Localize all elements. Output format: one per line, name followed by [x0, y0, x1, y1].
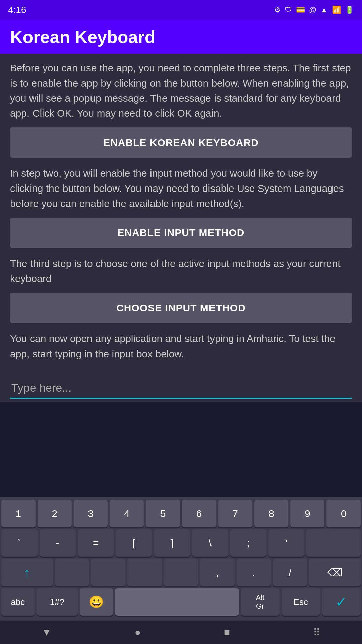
type-here-input[interactable] — [10, 378, 352, 399]
key-empty5 — [164, 559, 198, 586]
key-4[interactable]: 4 — [110, 500, 144, 527]
shield-icon: 🛡 — [285, 6, 292, 14]
nav-keyboard-icon[interactable]: ⠿ — [313, 627, 320, 638]
key-empty — [306, 529, 361, 557]
key-5[interactable]: 5 — [146, 500, 180, 527]
key-check[interactable]: ✓ — [322, 588, 361, 616]
key-7[interactable]: 7 — [218, 500, 252, 527]
key-lbracket[interactable]: [ — [116, 529, 152, 557]
app-title: Korean Keyboard — [10, 27, 155, 47]
key-empty3 — [91, 559, 125, 586]
key-comma[interactable]: , — [200, 559, 234, 586]
key-3[interactable]: 3 — [74, 500, 108, 527]
esc-label: Esc — [294, 597, 308, 607]
at-icon: @ — [309, 6, 316, 14]
key-rbracket[interactable]: ] — [154, 529, 190, 557]
emoji-icon: 😀 — [89, 595, 104, 609]
shift-button[interactable]: ↑ — [1, 559, 53, 586]
app-bar: Korean Keyboard — [0, 20, 362, 54]
nav-bar: ▼ ● ■ ⠿ — [0, 621, 362, 644]
key-9[interactable]: 9 — [290, 500, 324, 527]
key-2[interactable]: 2 — [38, 500, 72, 527]
step1-description: Before you can use the app, you need to … — [10, 60, 352, 121]
step3-description: The third step is to choose one of the a… — [10, 256, 352, 286]
step4-description: You can now open any application and sta… — [10, 331, 352, 361]
key-quote[interactable]: ' — [268, 529, 305, 557]
keyboard: 1 2 3 4 5 6 7 8 9 0 ` - = [ ] \ ; ' ↑ , … — [0, 497, 362, 621]
backspace-button[interactable]: ⌫ — [309, 559, 361, 586]
enable-input-method-button[interactable]: ENABLE INPUT METHOD — [10, 218, 352, 248]
key-backslash[interactable]: \ — [192, 529, 228, 557]
key-special[interactable]: 1#? — [37, 588, 78, 616]
nav-back-icon[interactable]: ▼ — [42, 627, 52, 638]
main-content: Before you can use the app, you need to … — [0, 54, 362, 375]
key-equals[interactable]: = — [78, 529, 114, 557]
wallet-icon: 💳 — [296, 6, 305, 14]
enable-korean-keyboard-button[interactable]: ENABLE KOREAN KEYBOARD — [10, 127, 352, 158]
key-backtick[interactable]: ` — [1, 529, 38, 557]
shift-up-icon: ↑ — [24, 565, 31, 580]
key-0[interactable]: 0 — [326, 500, 361, 527]
keyboard-row-shift: ↑ , . / ⌫ — [1, 559, 361, 586]
keyboard-row-bottom: abc 1#? 😀 AltGr Esc ✓ — [1, 588, 361, 616]
keyboard-row-symbols: ` - = [ ] \ ; ' — [1, 529, 361, 557]
key-8[interactable]: 8 — [254, 500, 289, 527]
key-period[interactable]: . — [237, 559, 271, 586]
input-container — [0, 375, 362, 402]
keyboard-row-numbers: 1 2 3 4 5 6 7 8 9 0 — [1, 500, 361, 527]
status-icons: ⚙ 🛡 💳 @ ▲ 📶 🔋 — [274, 6, 354, 14]
backspace-icon: ⌫ — [327, 566, 343, 579]
settings-icon: ⚙ — [274, 6, 281, 14]
key-minus[interactable]: - — [40, 529, 76, 557]
key-emoji[interactable]: 😀 — [80, 588, 113, 616]
wifi-icon: ▲ — [320, 6, 328, 14]
choose-input-method-button[interactable]: CHOOSE INPUT METHOD — [10, 293, 352, 323]
step2-description: In step two, you will enable the input m… — [10, 166, 352, 211]
nav-recents-icon[interactable]: ■ — [224, 627, 230, 638]
key-slash[interactable]: / — [273, 559, 307, 586]
status-time: 4:16 — [8, 5, 26, 15]
status-bar: 4:16 ⚙ 🛡 💳 @ ▲ 📶 🔋 — [0, 0, 362, 20]
key-semicolon[interactable]: ; — [230, 529, 266, 557]
key-empty2 — [55, 559, 89, 586]
key-esc[interactable]: Esc — [282, 588, 320, 616]
battery-icon: 🔋 — [345, 6, 354, 14]
key-space[interactable] — [115, 588, 239, 616]
signal-icon: 📶 — [332, 6, 341, 14]
abc-label: abc — [11, 597, 25, 607]
key-abc[interactable]: abc — [1, 588, 35, 616]
special-label: 1#? — [50, 597, 64, 607]
key-empty4 — [127, 559, 162, 586]
key-1[interactable]: 1 — [1, 500, 36, 527]
key-altgr[interactable]: AltGr — [241, 588, 280, 616]
key-6[interactable]: 6 — [182, 500, 216, 527]
check-icon: ✓ — [336, 594, 347, 610]
nav-home-icon[interactable]: ● — [135, 627, 141, 638]
